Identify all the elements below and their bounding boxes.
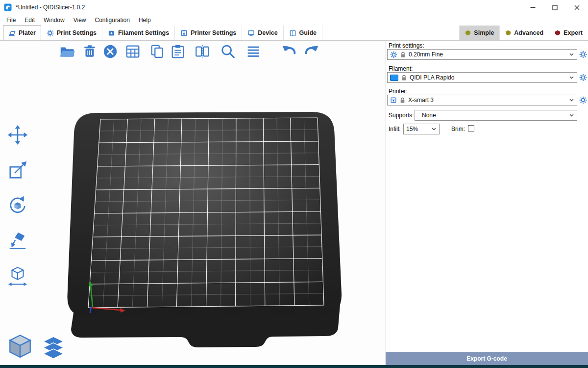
tab-plater-label: Plater	[19, 29, 36, 36]
printer-combo[interactable]: X-smart 3	[387, 95, 577, 105]
place-on-face-button[interactable]	[6, 230, 29, 252]
gear-icon	[579, 74, 587, 81]
lock-icon	[400, 97, 405, 104]
preview-layers-button[interactable]	[41, 336, 66, 360]
split-button[interactable]	[193, 42, 212, 61]
filament-color-swatch	[390, 75, 398, 81]
delete-button[interactable]	[80, 42, 99, 61]
mode-switcher: Simple Advanced Expert	[459, 26, 588, 40]
editor-3d-view-icon	[6, 332, 34, 360]
print-settings-value: 0.20mm Fine	[409, 51, 443, 58]
chevron-down-icon	[569, 114, 574, 117]
open-button[interactable]	[58, 42, 76, 61]
export-gcode-button[interactable]: Export G-code	[386, 352, 588, 365]
chevron-down-icon	[569, 53, 574, 56]
print-settings-combo[interactable]: 0.20mm Fine	[387, 49, 577, 60]
gear-icon	[579, 96, 587, 104]
brim-label: Brim:	[451, 126, 465, 132]
move-button[interactable]	[6, 124, 29, 146]
scale-button[interactable]	[6, 159, 29, 182]
printer-detail-button[interactable]	[579, 96, 587, 104]
filament-detail-button[interactable]	[579, 74, 587, 81]
editor-3d-view-button[interactable]	[6, 332, 34, 360]
undo-button[interactable]	[280, 42, 299, 61]
copy-button[interactable]	[148, 42, 167, 61]
tab-printer-settings[interactable]: Printer Settings	[175, 26, 242, 40]
variable-layer-height-button[interactable]	[244, 42, 263, 61]
settings-sidebar: Print settings:	[385, 41, 588, 365]
rotate-button[interactable]	[6, 194, 29, 217]
tab-guide[interactable]: Guide	[284, 26, 322, 40]
mode-simple-label: Simple	[474, 29, 494, 36]
mode-expert-label: Expert	[564, 29, 583, 36]
arrange-button[interactable]	[123, 42, 142, 61]
guide-book-icon	[289, 29, 296, 37]
search-icon	[220, 43, 236, 60]
menu-bar: File Edit Window View Configuration Help	[0, 15, 588, 26]
window-title: *Untitled - QIDISlicer-1.0.2	[16, 4, 85, 11]
filament-spool-icon	[108, 29, 115, 37]
redo-button[interactable]	[302, 42, 320, 61]
infill-combo[interactable]: 15%	[403, 124, 440, 134]
tab-printer-settings-label: Printer Settings	[191, 29, 236, 36]
mode-expert[interactable]: Expert	[549, 26, 588, 40]
delete-all-button[interactable]	[101, 42, 120, 61]
menu-window[interactable]: Window	[39, 15, 69, 25]
gear-icon	[579, 51, 587, 58]
lock-icon	[400, 52, 406, 58]
scale-icon	[7, 159, 28, 181]
paste-button[interactable]	[169, 42, 187, 61]
tab-device-label: Device	[258, 29, 277, 36]
window-controls	[522, 0, 588, 15]
menu-file[interactable]: File	[2, 15, 20, 25]
search-button[interactable]	[219, 42, 237, 61]
simple-mode-icon	[465, 30, 471, 36]
brim-checkbox[interactable]	[468, 125, 474, 131]
maximize-button[interactable]	[544, 0, 566, 15]
filament-combo[interactable]: QIDI PLA Rapido	[387, 72, 577, 83]
move-icon	[7, 124, 28, 146]
gear-icon	[390, 51, 397, 58]
menu-configuration[interactable]: Configuration	[91, 15, 134, 25]
close-button[interactable]	[566, 0, 588, 15]
chevron-down-icon	[569, 76, 574, 79]
printer-icon	[180, 29, 188, 37]
tab-print-settings-label: Print Settings	[57, 29, 97, 36]
object-toolbar	[58, 42, 320, 61]
measure-button[interactable]	[6, 265, 29, 288]
tab-filament-settings-label: Filament Settings	[118, 29, 169, 36]
supports-combo[interactable]: None	[415, 110, 577, 121]
redo-icon	[303, 43, 319, 60]
printer-icon	[390, 97, 397, 104]
print-settings-detail-button[interactable]	[579, 51, 587, 58]
3d-viewport[interactable]	[0, 41, 385, 365]
tab-device[interactable]: Device	[242, 26, 283, 40]
infill-value: 15%	[406, 126, 418, 132]
filament-label: Filament:	[389, 65, 413, 72]
menu-edit[interactable]: Edit	[20, 15, 39, 25]
3d-viewport-canvas[interactable]	[0, 41, 385, 365]
measure-icon	[7, 265, 28, 287]
printer-label: Printer:	[389, 88, 408, 95]
mode-advanced[interactable]: Advanced	[499, 26, 549, 40]
menu-view[interactable]: View	[69, 15, 91, 25]
print-settings-gear-icon	[47, 29, 54, 37]
menu-help[interactable]: Help	[134, 15, 155, 25]
qidislicer-window: *Untitled - QIDISlicer-1.0.2 File Edit W…	[0, 0, 588, 368]
minimize-button[interactable]	[522, 0, 544, 15]
title-bar: *Untitled - QIDISlicer-1.0.2	[0, 0, 588, 15]
lock-icon	[401, 75, 407, 81]
open-icon	[59, 43, 75, 60]
supports-label: Supports:	[389, 112, 414, 119]
tab-filament-settings[interactable]: Filament Settings	[102, 26, 175, 40]
rotate-icon	[7, 195, 28, 216]
plater-icon	[8, 29, 16, 37]
place-on-face-icon	[7, 230, 28, 252]
print-settings-label: Print settings:	[389, 42, 424, 49]
tab-print-settings[interactable]: Print Settings	[41, 26, 102, 40]
arrange-icon	[124, 43, 141, 60]
tab-plater[interactable]: Plater	[3, 26, 41, 40]
mode-simple[interactable]: Simple	[459, 26, 499, 40]
infill-label: Infill:	[389, 126, 401, 132]
filament-value: QIDI PLA Rapido	[410, 74, 454, 81]
